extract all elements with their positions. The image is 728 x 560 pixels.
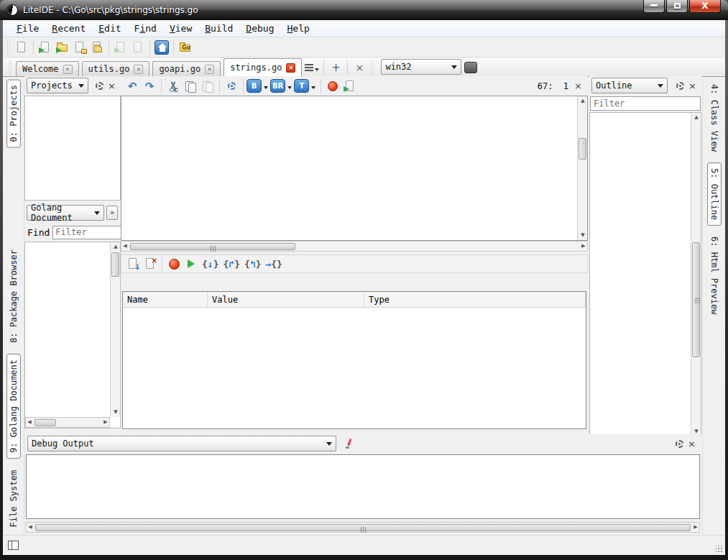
close-tab-icon[interactable]: × — [351, 59, 368, 76]
outline-tree: ▲▼ — [589, 112, 701, 437]
menu-view[interactable]: View — [163, 22, 198, 35]
doc-tab-label: Welcome — [22, 64, 59, 74]
editor-close-icon[interactable]: × — [574, 81, 582, 91]
run-to-line-icon[interactable]: →{} — [265, 259, 282, 270]
tab-close-icon[interactable]: × — [134, 65, 143, 74]
menu-find[interactable]: Find — [128, 22, 163, 35]
close-icon[interactable]: × — [688, 439, 696, 449]
doc-list-vscrollbar[interactable]: ▲▼ — [110, 242, 120, 417]
dock-tab-9-golang-document[interactable]: 9: Golang Document — [6, 354, 21, 459]
target-grip — [370, 60, 374, 75]
tab-list-icon[interactable] — [303, 59, 321, 76]
doc-list-hscrollbar[interactable]: ◀▶ — [25, 417, 110, 428]
save-file-icon[interactable] — [71, 39, 88, 56]
build-dropdown-icon[interactable] — [264, 86, 268, 91]
save-all-icon[interactable] — [88, 39, 106, 56]
dock-tab-0-projects[interactable]: 0: Projects — [6, 79, 21, 147]
copy-icon[interactable] — [182, 78, 199, 95]
dock-tab-file-system[interactable]: File System — [7, 465, 20, 532]
app-window: LiteIDE - C:\Go\src\pkg\strings\strings.… — [0, 0, 728, 560]
dock-toggle-icon[interactable] — [8, 541, 19, 550]
doc-tab-label: goapi.go — [159, 64, 201, 74]
chevron-more-button[interactable]: » — [106, 206, 118, 220]
export-file-icon[interactable] — [112, 39, 129, 56]
close-icon[interactable]: × — [108, 81, 116, 91]
stop-record-icon[interactable]: × — [142, 255, 159, 272]
dock-tab-6-html-preview[interactable]: 6: Html Preview — [708, 231, 721, 319]
gear-icon[interactable] — [676, 82, 684, 90]
new-file-icon[interactable] — [13, 39, 30, 56]
menu-debug[interactable]: Debug — [239, 22, 280, 35]
menu-file[interactable]: File — [10, 22, 45, 35]
continue-icon[interactable] — [183, 255, 200, 272]
tab-close-icon[interactable]: × — [63, 65, 73, 74]
editor-hscrollbar[interactable]: ◀▶ — [121, 241, 588, 252]
build-button[interactable]: B — [246, 79, 262, 93]
maximize-button[interactable] — [666, 0, 688, 13]
gear-icon[interactable] — [676, 440, 683, 448]
find-row: Find — [24, 224, 121, 241]
doc-tab-strings-go[interactable]: strings.go× — [224, 58, 302, 76]
projects-view-select[interactable]: Projects — [27, 78, 88, 93]
target-options-button[interactable] — [464, 62, 477, 73]
cut-icon[interactable] — [165, 78, 182, 95]
paste-icon[interactable] — [199, 78, 216, 95]
build-run-button[interactable]: BR — [270, 79, 285, 93]
menu-build[interactable]: Build — [198, 22, 239, 35]
projects-header: Projects × — [24, 76, 121, 95]
continue-record-icon[interactable]: ↓ — [124, 255, 142, 272]
toolbar-grip — [6, 40, 11, 55]
doc-tab-utils-go[interactable]: utils.go× — [82, 61, 150, 76]
build-run-dropdown-icon[interactable] — [287, 86, 292, 91]
gear-icon[interactable] — [96, 82, 103, 90]
breakpoint-icon[interactable] — [165, 255, 183, 272]
split-add-icon[interactable]: + — [327, 59, 344, 76]
tab-close-icon[interactable]: × — [205, 65, 214, 74]
liteide-logo-icon — [6, 4, 18, 16]
reload-file-icon[interactable] — [129, 39, 147, 56]
step-into-icon[interactable]: {↓} — [202, 259, 218, 270]
open-folder-icon[interactable] — [54, 39, 71, 56]
debug-output-header: Debug Output × — [24, 434, 701, 453]
dock-tab-4-class-view[interactable]: 4: Class View — [708, 79, 721, 157]
close-icon[interactable]: × — [688, 81, 696, 91]
outline-view-select[interactable]: Outline — [591, 78, 668, 93]
col-name: Name — [123, 292, 208, 307]
menu-recent[interactable]: Recent — [45, 22, 92, 35]
dock-tab-8-package-browser[interactable]: 8: Package Browser — [7, 244, 20, 348]
code-editor[interactable]: ↶ ↷ B BR T 67: 1 × — [121, 76, 588, 252]
doc-tab-Welcome[interactable]: Welcome× — [16, 61, 79, 76]
tab-close-icon[interactable]: × — [286, 63, 295, 73]
title-bar[interactable]: LiteIDE - C:\Go\src\pkg\strings\strings.… — [0, 0, 728, 20]
golang-document-select[interactable]: Golang Document — [27, 205, 104, 221]
menu-help[interactable]: Help — [281, 22, 316, 35]
open-file-icon[interactable] — [37, 39, 54, 56]
run-file-icon[interactable] — [341, 78, 359, 95]
test-button[interactable]: T — [294, 79, 309, 93]
resize-grip[interactable] — [716, 546, 723, 553]
close-button[interactable]: X — [689, 0, 721, 13]
build-target-select[interactable]: win32 — [381, 59, 461, 75]
build-config-gear-icon[interactable] — [223, 78, 240, 95]
stop-icon[interactable] — [324, 78, 341, 95]
undo-icon[interactable]: ↶ — [124, 78, 141, 95]
test-dropdown-icon[interactable] — [311, 86, 315, 91]
doc-tab-goapi-go[interactable]: goapi.go× — [152, 61, 221, 76]
editor-vscrollbar[interactable]: ▲▼ — [577, 96, 587, 240]
step-out-icon[interactable]: {↰} — [244, 259, 261, 270]
outline-vscrollbar[interactable]: ▲▼ — [691, 113, 701, 436]
dock-tab-5-outline[interactable]: 5: Outline — [707, 162, 722, 226]
redo-icon[interactable]: ↷ — [141, 78, 158, 95]
code-area[interactable]: ▲▼ — [121, 96, 588, 241]
clear-output-icon[interactable] — [344, 438, 355, 449]
output-view-select[interactable]: Debug Output — [27, 436, 336, 451]
go-env-icon[interactable]: Go — [177, 39, 194, 56]
minimize-button[interactable] — [643, 0, 665, 13]
step-over-icon[interactable]: {↱} — [223, 259, 239, 270]
home-icon[interactable] — [153, 39, 170, 56]
output-hscrollbar[interactable]: ◀▶ — [26, 522, 700, 533]
col-type: Type — [364, 292, 586, 307]
menu-edit[interactable]: Edit — [92, 22, 127, 35]
client-area: FileRecentEditFindViewBuildDebugHelp Go … — [3, 20, 725, 555]
outline-filter-input[interactable] — [590, 96, 701, 111]
